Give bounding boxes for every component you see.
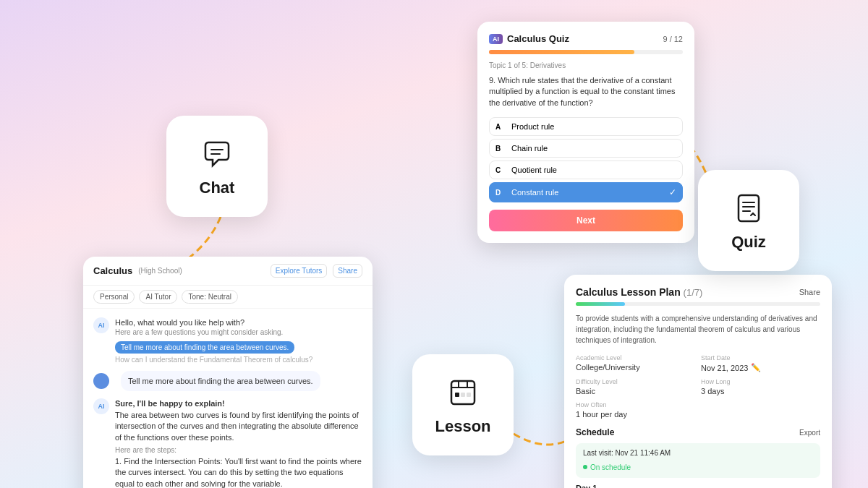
lesson-progress-bar bbox=[576, 302, 820, 306]
user-message-row: Tell me more about finding the area betw… bbox=[93, 371, 362, 391]
calculus-quiz-panel: AI Calculus Quiz 9 / 12 Topic 1 of 5: De… bbox=[477, 22, 694, 243]
difficulty-item: Difficulty Level Basic bbox=[576, 378, 695, 395]
quiz-progress-count: 9 / 12 bbox=[663, 35, 683, 43]
chat-body: AI Hello, what would you like help with?… bbox=[83, 309, 373, 488]
quiz-card-label: Quiz bbox=[731, 233, 766, 252]
last-visit: Last visit: Nov 21 11:46 AM bbox=[583, 449, 813, 457]
how-long-item: How Long 3 days bbox=[701, 378, 820, 395]
chat-share-button[interactable]: Share bbox=[333, 264, 362, 278]
svg-rect-14 bbox=[461, 393, 465, 397]
quiz-icon bbox=[730, 189, 767, 227]
quiz-option-c[interactable]: C Quotient rule bbox=[489, 160, 683, 179]
schedule-header: Schedule Export bbox=[576, 427, 820, 437]
quiz-option-b[interactable]: B Chain rule bbox=[489, 139, 683, 158]
step1-text: 1. Find the Intersection Points: You'll … bbox=[115, 456, 362, 488]
suggestions-label: Here are a few questions you might consi… bbox=[115, 328, 362, 336]
quiz-feature-card[interactable]: Quiz bbox=[698, 170, 799, 271]
ai-tutor-filter[interactable]: AI Tutor bbox=[139, 290, 177, 304]
on-schedule-badge: On schedule bbox=[583, 463, 631, 471]
suggestion-chip[interactable]: Tell me more about finding the area betw… bbox=[115, 341, 294, 354]
svg-rect-13 bbox=[455, 393, 459, 397]
quiz-panel-title: Calculus Quiz bbox=[507, 33, 569, 44]
personal-filter[interactable]: Personal bbox=[93, 290, 135, 304]
ai-response-avatar: AI bbox=[93, 398, 109, 414]
lesson-meta-grid: Academic Level College/University Start … bbox=[576, 354, 820, 419]
greeting-text: Hello, what would you like help with? bbox=[115, 317, 362, 328]
ai-response-msg: AI Sure, I'll be happy to explain! The a… bbox=[93, 398, 362, 488]
lesson-plan-panel: Calculus Lesson Plan (1/7) Share To prov… bbox=[564, 275, 832, 488]
lesson-description: To provide students with a comprehensive… bbox=[576, 313, 820, 346]
how-often-item: How Often 1 hour per day bbox=[576, 401, 695, 419]
lesson-plan-title: Calculus Lesson Plan (1/7) bbox=[576, 286, 702, 298]
svg-rect-15 bbox=[467, 393, 471, 397]
chat-panel-title: Calculus bbox=[93, 265, 132, 276]
chat-panel-actions: Explore Tutors Share bbox=[271, 264, 362, 278]
day-1-section: Day 1 Derivatives - Introduction complet… bbox=[576, 484, 820, 488]
chat-card-label: Chat bbox=[200, 179, 235, 197]
quiz-progress-bar bbox=[489, 50, 683, 54]
lesson-card-label: Lesson bbox=[435, 417, 490, 436]
explore-tutors-button[interactable]: Explore Tutors bbox=[271, 264, 327, 278]
edit-date-icon[interactable]: ✏️ bbox=[751, 363, 761, 372]
chat-greeting-content: Hello, what would you like help with? He… bbox=[115, 317, 362, 364]
lesson-icon bbox=[444, 374, 482, 411]
lesson-plan-header: Calculus Lesson Plan (1/7) Share bbox=[576, 286, 820, 298]
user-avatar bbox=[93, 373, 109, 389]
ai-response-body: The area between two curves is found by … bbox=[115, 410, 362, 443]
chat-greeting-msg: AI Hello, what would you like help with?… bbox=[93, 317, 362, 364]
lesson-page-info: (1/7) bbox=[684, 287, 703, 298]
academic-level-item: Academic Level College/University bbox=[576, 354, 695, 372]
day-1-label: Day 1 bbox=[576, 484, 820, 488]
chat-filter-row: Personal AI Tutor Tone: Neutral bbox=[83, 286, 373, 309]
chat-panel: Calculus (High School) Explore Tutors Sh… bbox=[83, 257, 373, 488]
user-message: Tell me more about finding the area betw… bbox=[121, 371, 320, 391]
ai-response-title: Sure, I'll be happy to explain! bbox=[115, 398, 362, 409]
lesson-share-button[interactable]: Share bbox=[799, 288, 820, 296]
quiz-option-a[interactable]: A Product rule bbox=[489, 117, 683, 136]
quiz-topic: Topic 1 of 5: Derivatives bbox=[489, 61, 683, 69]
schedule-label: Schedule bbox=[576, 427, 614, 437]
lesson-feature-card[interactable]: Lesson bbox=[412, 354, 514, 455]
steps-label: Here are the steps: bbox=[115, 446, 362, 454]
lesson-progress-fill bbox=[576, 302, 625, 306]
ai-response-content: Sure, I'll be happy to explain! The area… bbox=[115, 398, 362, 488]
chat-panel-header: Calculus (High School) Explore Tutors Sh… bbox=[83, 257, 373, 286]
export-button[interactable]: Export bbox=[799, 429, 820, 437]
quiz-progress-fill bbox=[489, 50, 634, 54]
schedule-status-box: Last visit: Nov 21 11:46 AM On schedule bbox=[576, 443, 820, 478]
start-date-item: Start Date Nov 21, 2023 ✏️ bbox=[701, 354, 820, 372]
chat-feature-card[interactable]: Chat bbox=[166, 116, 268, 217]
chat-panel-subtitle: (High School) bbox=[138, 267, 182, 275]
tone-filter[interactable]: Tone: Neutral bbox=[182, 290, 237, 304]
quiz-option-d[interactable]: D Constant rule ✓ bbox=[489, 182, 683, 202]
ai-avatar: AI bbox=[93, 317, 109, 333]
chat-icon bbox=[198, 135, 236, 173]
quiz-question: 9. Which rule states that the derivative… bbox=[489, 75, 683, 108]
suggestion-hint: How can I understand the Fundamental The… bbox=[115, 356, 362, 364]
quiz-next-button[interactable]: Next bbox=[489, 210, 683, 231]
ai-badge: AI bbox=[489, 34, 503, 44]
